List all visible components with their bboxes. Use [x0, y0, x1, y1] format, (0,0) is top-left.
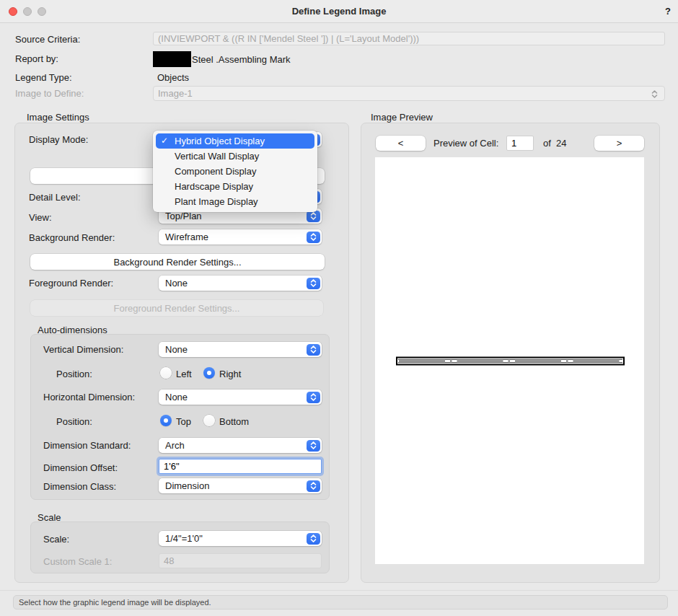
stepper-icon[interactable] — [307, 480, 320, 492]
source-criteria-label: Source Criteria: — [15, 34, 80, 45]
steel-beam-drawing — [396, 356, 625, 366]
source-criteria-value: (INVIEWPORT & ((R IN ['Mendel Steel ']) … — [158, 33, 419, 44]
status-bar: Select how the graphic legend image will… — [13, 595, 668, 610]
background-render-select[interactable]: Wireframe — [159, 229, 322, 245]
image-to-define-label: Image to Define: — [15, 88, 84, 100]
menu-item-component-display[interactable]: Component Display — [156, 164, 314, 179]
view-label: View: — [29, 212, 52, 224]
stepper-icon[interactable] — [307, 440, 320, 452]
radio-right[interactable] — [203, 367, 215, 379]
radio-bottom[interactable] — [203, 415, 215, 426]
detail-level-label: Detail Level: — [29, 192, 81, 203]
page-title: Define Legend Image — [0, 0, 678, 23]
background-render-settings-button[interactable]: Background Render Settings... — [30, 254, 325, 270]
menu-item-label: Hardscape Display — [175, 181, 253, 192]
display-mode-label: Display Mode: — [29, 134, 88, 146]
menu-item-hybrid-object-display[interactable]: ✓ Hybrid Object Display — [156, 133, 314, 149]
dimension-class-label: Dimension Class: — [43, 481, 116, 493]
image-to-define-select: Image-1 — [153, 86, 665, 101]
radio-left-label: Left — [176, 369, 192, 380]
horizontal-dimension-label: Horizontal Dimension: — [43, 392, 135, 403]
dimension-offset-input[interactable] — [159, 459, 322, 474]
view-value: Top/Plan — [165, 211, 202, 221]
vertical-dimension-value: None — [165, 344, 188, 355]
stepper-icon[interactable] — [307, 533, 320, 545]
radio-right-label: Right — [219, 369, 241, 380]
menu-item-label: Vertical Wall Display — [175, 151, 259, 162]
report-by-value: Steel .Assembling Mark — [192, 54, 291, 66]
source-criteria-field: (INVIEWPORT & ((R IN ['Mendel Steel ']) … — [153, 32, 665, 45]
dimension-class-value: Dimension — [165, 480, 209, 491]
menu-item-label: Plant Image Display — [175, 196, 258, 207]
menu-item-label: Component Display — [175, 166, 256, 177]
vertical-dimension-select[interactable]: None — [159, 342, 322, 357]
preview-of-cell-label: Preview of Cell: — [433, 138, 498, 149]
stepper-icon[interactable] — [307, 392, 320, 403]
menu-item-vertical-wall-display[interactable]: Vertical Wall Display — [156, 149, 314, 164]
foreground-render-select[interactable]: None — [159, 276, 322, 291]
background-render-label: Background Render: — [29, 232, 115, 244]
scale-label: Scale: — [43, 534, 69, 545]
bottom-divider — [0, 590, 678, 591]
background-render-value: Wireframe — [165, 232, 208, 242]
dimension-class-select[interactable]: Dimension — [159, 478, 322, 493]
status-message: Select how the graphic legend image will… — [19, 598, 211, 607]
custom-scale-field: 48 — [159, 553, 322, 568]
vertical-dimension-label: Vertical Dimension: — [43, 344, 123, 356]
chevron-up-down-icon — [651, 89, 659, 101]
custom-scale-label: Custom Scale 1: — [43, 556, 112, 568]
image-preview-group-label: Image Preview — [371, 112, 433, 123]
radio-bottom-label: Bottom — [219, 416, 249, 428]
foreground-render-value: None — [165, 278, 188, 289]
dimension-standard-label: Dimension Standard: — [43, 440, 131, 452]
radio-top[interactable] — [160, 415, 172, 426]
display-mode-menu: ✓ Hybrid Object Display Vertical Wall Di… — [153, 131, 317, 212]
scale-value: 1/4"=1'0" — [165, 533, 203, 544]
menu-item-plant-image-display[interactable]: Plant Image Display — [156, 194, 314, 209]
custom-scale-value: 48 — [164, 555, 174, 566]
total-cells-label: 24 — [556, 138, 566, 149]
stepper-icon[interactable] — [307, 344, 320, 356]
image-to-define-value: Image-1 — [158, 88, 193, 99]
legend-type-value: Objects — [157, 72, 189, 84]
redacted-box — [153, 51, 191, 67]
horizontal-dimension-value: None — [165, 392, 188, 402]
dimension-standard-select[interactable]: Arch — [159, 438, 322, 453]
horizontal-dimension-select[interactable]: None — [159, 390, 322, 405]
dimension-offset-label: Dimension Offset: — [43, 462, 118, 474]
menu-item-label: Hybrid Object Display — [175, 136, 265, 146]
stepper-icon[interactable] — [307, 232, 320, 243]
foreground-render-settings-button: Foreground Render Settings... — [30, 300, 323, 316]
preview-canvas — [375, 157, 644, 564]
previous-cell-button[interactable]: < — [376, 136, 426, 151]
radio-left[interactable] — [160, 367, 172, 379]
image-settings-group-label: Image Settings — [27, 112, 89, 123]
stepper-icon[interactable] — [307, 278, 320, 289]
scale-select[interactable]: 1/4"=1'0" — [159, 531, 322, 546]
legend-type-label: Legend Type: — [15, 72, 72, 84]
foreground-render-label: Foreground Render: — [29, 278, 113, 289]
checkmark-icon: ✓ — [161, 133, 168, 149]
radio-top-label: Top — [176, 416, 191, 428]
next-cell-button[interactable]: > — [594, 136, 644, 151]
title-bar: Define Legend Image ? — [0, 0, 678, 23]
horizontal-position-label: Position: — [56, 416, 92, 428]
of-label: of — [543, 138, 551, 149]
define-legend-image-dialog: Define Legend Image ? Source Criteria: (… — [0, 0, 678, 616]
report-by-label: Report by: — [15, 53, 58, 65]
dimension-standard-value: Arch — [165, 440, 185, 451]
menu-item-hardscape-display[interactable]: Hardscape Display — [156, 179, 314, 194]
help-icon[interactable]: ? — [665, 0, 671, 23]
vertical-position-label: Position: — [56, 369, 92, 380]
cell-number-input[interactable] — [506, 136, 534, 151]
